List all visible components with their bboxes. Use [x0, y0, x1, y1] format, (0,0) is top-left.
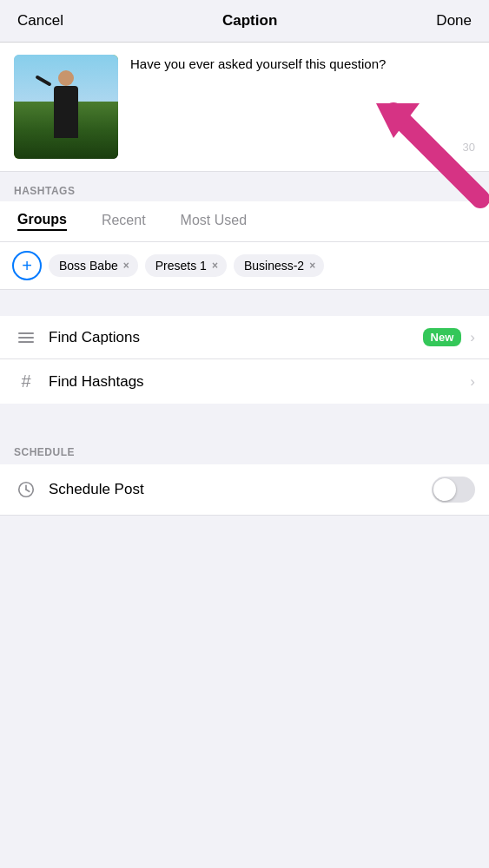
char-count: 30 — [463, 141, 475, 154]
schedule-post-toggle[interactable] — [432, 477, 475, 503]
chevron-right-icon: › — [470, 329, 475, 346]
hashtag-tag-label: Boss Babe — [59, 259, 118, 273]
find-hashtags-item[interactable]: # Find Hashtags › — [0, 359, 489, 404]
caption-text-container[interactable]: Have you ever asked yourself this questi… — [130, 55, 475, 159]
schedule-label: SCHEDULE — [14, 446, 75, 458]
find-hashtags-label: Find Hashtags — [49, 373, 470, 391]
hashtag-tag-boss-babe: Boss Babe × — [49, 254, 138, 277]
tab-recent[interactable]: Recent — [102, 213, 146, 230]
done-button[interactable]: Done — [436, 12, 472, 30]
hashtag-tag-presets1: Presets 1 × — [145, 254, 227, 277]
bottom-padding — [0, 516, 489, 689]
remove-business2-icon[interactable]: × — [309, 260, 315, 272]
hash-icon: # — [14, 372, 38, 391]
menu-section: Find Captions New › # Find Hashtags › — [0, 316, 489, 404]
tab-groups[interactable]: Groups — [17, 212, 67, 231]
caption-area: Have you ever asked yourself this questi… — [0, 43, 489, 172]
hashtags-label: HASHTAGS — [14, 185, 75, 197]
divider-2 — [0, 404, 489, 430]
remove-presets1-icon[interactable]: × — [212, 260, 218, 272]
schedule-post-item: Schedule Post — [0, 464, 489, 516]
caption-text: Have you ever asked yourself this questi… — [130, 55, 475, 74]
new-badge: New — [423, 328, 462, 346]
post-thumbnail — [14, 55, 118, 159]
plus-icon: + — [22, 257, 32, 274]
schedule-section-label: SCHEDULE — [0, 430, 489, 464]
divider-1 — [0, 290, 489, 316]
page-title: Caption — [222, 12, 277, 30]
hashtag-tag-label: Business-2 — [244, 259, 304, 273]
chevron-right-icon: › — [470, 373, 475, 391]
tabs-row: Groups Recent Most Used — [0, 201, 489, 242]
remove-boss-babe-icon[interactable]: × — [123, 260, 129, 272]
hashtag-tag-business2: Business-2 × — [234, 254, 324, 277]
schedule-menu: Schedule Post — [0, 464, 489, 516]
add-group-button[interactable]: + — [12, 251, 42, 280]
hashtags-section-label: HASHTAGS — [0, 172, 489, 201]
find-captions-label: Find Captions — [49, 329, 423, 346]
find-captions-item[interactable]: Find Captions New › — [0, 316, 489, 359]
header: Cancel Caption Done — [0, 0, 489, 43]
hashtag-groups-row: + Boss Babe × Presets 1 × Business-2 × — [0, 242, 489, 290]
svg-line-4 — [26, 490, 30, 491]
tab-most-used[interactable]: Most Used — [181, 213, 247, 230]
hamburger-icon — [14, 332, 38, 343]
hashtag-tag-label: Presets 1 — [155, 259, 207, 273]
clock-icon — [14, 480, 38, 499]
cancel-button[interactable]: Cancel — [17, 12, 63, 30]
schedule-post-label: Schedule Post — [49, 481, 432, 498]
